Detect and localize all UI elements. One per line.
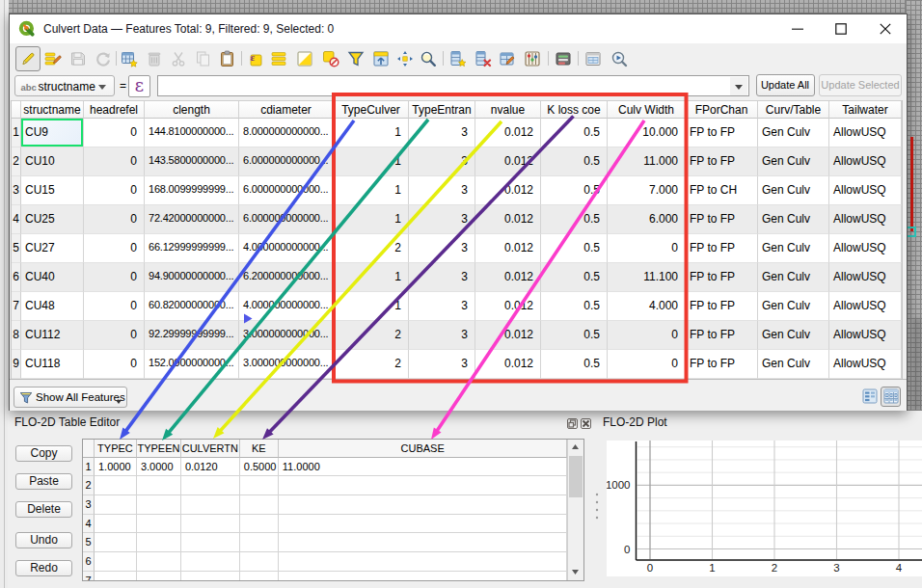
- expression-input[interactable]: [157, 75, 749, 96]
- row-number[interactable]: 3: [12, 176, 21, 205]
- cell-FPorChan[interactable]: FP to FP: [686, 292, 758, 321]
- cell-TypeEntran[interactable]: 3: [409, 350, 475, 379]
- editor-cell[interactable]: [137, 476, 181, 495]
- cell-TypeEntran[interactable]: 3: [409, 292, 475, 321]
- cell-nvalue[interactable]: 0.012: [475, 263, 541, 292]
- invert-selection-button[interactable]: [292, 46, 317, 71]
- column-header-Curv/Table[interactable]: Curv/Table: [758, 101, 829, 119]
- cell-clength[interactable]: 152.0900000000...: [145, 350, 239, 379]
- editor-cell[interactable]: 1.0000: [95, 458, 137, 477]
- editor-cell[interactable]: 11.0000: [279, 458, 568, 477]
- table-row[interactable]: 7CU48060.82000000000...4.000000000000...…: [12, 292, 902, 321]
- editor-row-number[interactable]: 5: [83, 533, 95, 552]
- cell-K loss coe[interactable]: 0.5: [541, 263, 608, 292]
- cell-TypeCulver[interactable]: 1: [334, 176, 409, 205]
- cell-Curv/Table[interactable]: Gen Culv: [758, 321, 829, 350]
- row-number[interactable]: 9: [12, 350, 21, 379]
- dock-attribute-table-button[interactable]: [581, 46, 606, 71]
- cell-TypeCulver[interactable]: 2: [334, 321, 409, 350]
- editor-row-number[interactable]: 1: [83, 458, 95, 477]
- organize-columns-button[interactable]: [551, 46, 576, 71]
- cell-clength[interactable]: 143.5800000000...: [145, 147, 239, 176]
- table-row[interactable]: 6CU40094.90000000000...6.200000000000...…: [12, 263, 902, 292]
- column-header-rownum[interactable]: [12, 101, 21, 119]
- editor-row[interactable]: 4: [83, 515, 568, 534]
- cell-FPorChan[interactable]: FP to CH: [686, 176, 758, 205]
- editor-cell[interactable]: [95, 476, 137, 495]
- editor-row[interactable]: 7: [83, 572, 568, 581]
- column-header-Culv Width[interactable]: Culv Width: [608, 101, 686, 119]
- editor-row[interactable]: 6: [83, 552, 568, 572]
- cell-nvalue[interactable]: 0.012: [475, 205, 541, 234]
- column-header-FPorChan[interactable]: FPorChan: [686, 101, 758, 119]
- zoom-to-selection-button[interactable]: [416, 46, 441, 71]
- column-header-nvalue[interactable]: nvalue: [475, 101, 541, 119]
- add-feature-button[interactable]: [117, 46, 142, 71]
- editor-cell[interactable]: [95, 552, 137, 572]
- table-editor-grid[interactable]: TYPECTYPEENCULVERTNKECUBASE11.00003.0000…: [82, 439, 584, 581]
- editor-cell[interactable]: 0.5000: [240, 458, 279, 477]
- cell-structname[interactable]: CU112: [21, 321, 84, 350]
- scrollbar-thumb[interactable]: [569, 456, 583, 497]
- scroll-down-icon[interactable]: [568, 565, 583, 580]
- cell-cdiameter[interactable]: 4.000000000000...: [239, 292, 334, 321]
- cell-Culv Width[interactable]: 0: [608, 234, 686, 263]
- cell-structname[interactable]: CU9: [21, 119, 84, 147]
- editor-cell[interactable]: [95, 495, 137, 515]
- editor-cell[interactable]: 0.0120: [181, 458, 240, 477]
- editor-row-number[interactable]: 3: [83, 495, 95, 515]
- cell-nvalue[interactable]: 0.012: [475, 119, 541, 147]
- multi-edit-button[interactable]: [41, 46, 66, 71]
- field-selector-combo[interactable]: abc structname: [14, 75, 115, 96]
- close-button[interactable]: [866, 14, 905, 43]
- cell-clength[interactable]: 92.29999999999...: [145, 321, 239, 350]
- attribute-table[interactable]: structnameheadrefelclengthcdiameterTypeC…: [11, 100, 903, 379]
- table-row[interactable]: 8CU112092.29999999999...3.000000000000..…: [12, 321, 902, 350]
- deselect-all-button[interactable]: [318, 46, 343, 71]
- editor-row-number[interactable]: 7: [83, 572, 95, 581]
- show-all-features-button[interactable]: Show All Features: [14, 387, 127, 409]
- delete-button[interactable]: Delete: [15, 501, 72, 518]
- cell-clength[interactable]: 72.42000000000...: [145, 205, 239, 234]
- cell-Culv Width[interactable]: 0: [608, 350, 686, 379]
- cell-structname[interactable]: CU15: [21, 176, 84, 205]
- cell-Culv Width[interactable]: 6.000: [608, 205, 686, 234]
- editor-cell[interactable]: [181, 515, 240, 534]
- select-all-button[interactable]: [266, 46, 291, 71]
- editor-cell[interactable]: [279, 552, 568, 572]
- cell-headrefel[interactable]: 0: [84, 147, 145, 176]
- cell-Curv/Table[interactable]: Gen Culv: [758, 205, 829, 234]
- cell-FPorChan[interactable]: FP to FP: [686, 205, 758, 234]
- cell-cdiameter[interactable]: 8.000000000000...: [239, 119, 334, 147]
- cell-Tailwater[interactable]: AllowUSQ: [829, 321, 902, 350]
- editor-cell[interactable]: [181, 495, 240, 515]
- cell-Tailwater[interactable]: AllowUSQ: [829, 350, 902, 379]
- cell-Culv Width[interactable]: 7.000: [608, 176, 686, 205]
- editor-cell[interactable]: [181, 476, 240, 495]
- editor-column-header[interactable]: [83, 440, 95, 458]
- maximize-button[interactable]: [822, 14, 860, 43]
- column-header-structname[interactable]: structname: [21, 101, 84, 119]
- cell-Curv/Table[interactable]: Gen Culv: [758, 350, 829, 379]
- editor-row[interactable]: 5: [83, 533, 568, 552]
- cell-nvalue[interactable]: 0.012: [475, 321, 541, 350]
- cell-clength[interactable]: 94.90000000000...: [145, 263, 239, 292]
- cell-TypeCulver[interactable]: 1: [334, 205, 409, 234]
- editor-column-header-TYPEC[interactable]: TYPEC: [95, 440, 137, 458]
- cell-Curv/Table[interactable]: Gen Culv: [758, 263, 829, 292]
- cell-cdiameter[interactable]: 3.000000000000...: [239, 321, 334, 350]
- cell-FPorChan[interactable]: FP to FP: [686, 119, 758, 147]
- cell-TypeCulver[interactable]: 2: [334, 234, 409, 263]
- table-row[interactable]: 3CU150168.0099999999...6.000000000000...…: [12, 176, 902, 205]
- paste-button[interactable]: Paste: [15, 473, 72, 490]
- panel-float-icon[interactable]: [567, 418, 578, 429]
- column-header-TypeEntran[interactable]: TypeEntran: [409, 101, 475, 119]
- editor-column-header-CULVERTN[interactable]: CULVERTN: [181, 440, 240, 458]
- editor-cell[interactable]: [279, 495, 568, 515]
- cell-headrefel[interactable]: 0: [84, 350, 145, 379]
- cell-Curv/Table[interactable]: Gen Culv: [758, 292, 829, 321]
- toggle-editing-button[interactable]: [15, 46, 41, 71]
- editor-cell[interactable]: [240, 495, 279, 515]
- copy-button[interactable]: Copy: [15, 445, 72, 462]
- row-number[interactable]: 8: [12, 321, 21, 350]
